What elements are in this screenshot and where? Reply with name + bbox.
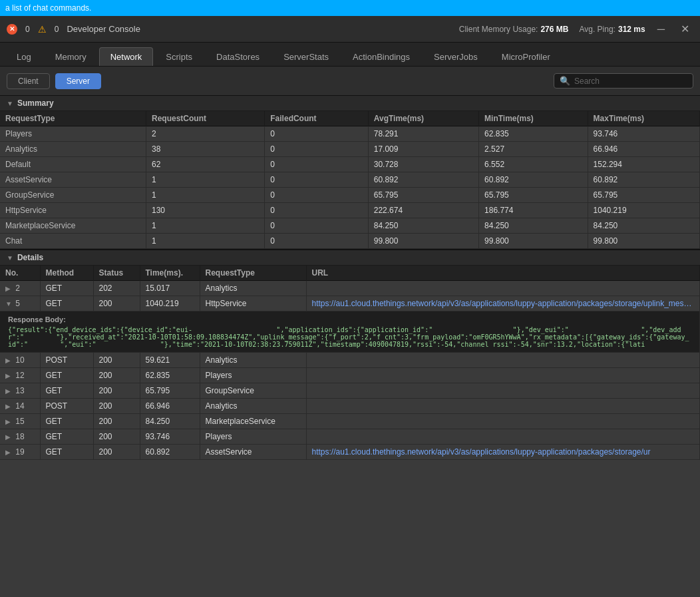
table-row[interactable]: AssetService 1 0 60.892 60.892 60.892 bbox=[0, 172, 700, 188]
cell-time: 93.746 bbox=[140, 429, 200, 445]
secondary-bar: Client Server 🔍 bbox=[0, 67, 700, 96]
tab-network[interactable]: Network bbox=[99, 47, 154, 66]
table-row[interactable]: MarketplaceService 1 0 84.250 84.250 84.… bbox=[0, 218, 700, 234]
col-maxtime: MaxTime(ms) bbox=[588, 111, 699, 126]
cell-failed: 0 bbox=[265, 188, 368, 203]
memory-status: Client Memory Usage: 276 MB bbox=[459, 25, 569, 34]
tab-memory[interactable]: Memory bbox=[44, 47, 98, 66]
table-row[interactable]: ▶ 12 GET 200 62.835 Players bbox=[0, 368, 700, 383]
table-row[interactable]: GroupService 1 0 65.795 65.795 65.795 bbox=[0, 188, 700, 203]
server-button[interactable]: Server bbox=[55, 73, 101, 89]
cell-method: GET bbox=[40, 445, 93, 460]
table-row[interactable]: ▼ 5 GET 200 1040.219 HttpService https:/… bbox=[0, 296, 700, 311]
cell-count: 2 bbox=[146, 126, 264, 142]
cell-method: GET bbox=[40, 296, 93, 311]
title-bar: ✕ 0 ⚠ 0 Developer Console Client Memory … bbox=[0, 16, 700, 43]
cell-no: ▶ 19 bbox=[0, 445, 40, 460]
table-row[interactable]: ▶ 19 GET 200 60.892 AssetService https:/… bbox=[0, 445, 700, 460]
memory-value: 276 MB bbox=[540, 25, 568, 34]
cell-url bbox=[306, 281, 700, 296]
cell-url: https://au1.cloud.thethings.network/api/… bbox=[306, 296, 700, 311]
close-button[interactable]: ✕ bbox=[677, 21, 693, 37]
details-arrow-icon: ▼ bbox=[7, 254, 13, 262]
banner-text: a list of chat commands. bbox=[5, 3, 91, 13]
table-row[interactable]: ▶ 14 POST 200 66.946 Analytics bbox=[0, 399, 700, 414]
cell-url: https://au1.cloud.thethings.network/api/… bbox=[306, 445, 700, 460]
cell-type: GroupService bbox=[0, 188, 146, 203]
cell-max: 66.946 bbox=[588, 142, 699, 157]
expand-row: Response Body: {"result":{"end_device_id… bbox=[0, 311, 700, 353]
summary-title: Summary bbox=[17, 99, 54, 108]
table-row[interactable]: ▶ 15 GET 200 84.250 MarketplaceService bbox=[0, 414, 700, 429]
client-button[interactable]: Client bbox=[7, 73, 50, 89]
table-row[interactable]: HttpService 130 0 222.674 186.774 1040.2… bbox=[0, 203, 700, 218]
table-row[interactable]: Default 62 0 30.728 6.552 152.294 bbox=[0, 157, 700, 172]
tab-microprofiler[interactable]: MicroProfiler bbox=[490, 47, 562, 66]
cell-no: ▶ 13 bbox=[0, 383, 40, 399]
cell-method: GET bbox=[40, 383, 93, 399]
table-row[interactable]: Players 2 0 78.291 62.835 93.746 bbox=[0, 126, 700, 142]
cell-method: POST bbox=[40, 353, 93, 368]
table-row[interactable]: ▶ 13 GET 200 65.795 GroupService bbox=[0, 383, 700, 399]
cell-min: 65.795 bbox=[479, 188, 588, 203]
cell-type: Analytics bbox=[200, 281, 306, 296]
ping-value: 312 ms bbox=[618, 25, 645, 34]
row-arrow-icon: ▶ bbox=[5, 357, 13, 364]
cell-min: 186.774 bbox=[479, 203, 588, 218]
minimize-button[interactable]: ─ bbox=[653, 22, 669, 37]
row-arrow-icon: ▶ bbox=[5, 372, 13, 379]
table-row[interactable]: Analytics 38 0 17.009 2.527 66.946 bbox=[0, 142, 700, 157]
row-arrow-icon: ▶ bbox=[5, 449, 13, 456]
details-section-header[interactable]: ▼ Details bbox=[0, 250, 700, 266]
col-status: Status bbox=[93, 266, 140, 281]
tab-bar: Log Memory Network Scripts DataStores Se… bbox=[0, 43, 700, 67]
row-arrow-icon: ▶ bbox=[5, 285, 13, 292]
cell-type: MarketplaceService bbox=[0, 218, 146, 234]
search-input[interactable] bbox=[574, 77, 687, 86]
cell-type: MarketplaceService bbox=[200, 414, 306, 429]
cell-min: 84.250 bbox=[479, 218, 588, 234]
title-bar-status: Client Memory Usage: 276 MB Avg. Ping: 3… bbox=[459, 25, 645, 34]
row-arrow-icon: ▼ bbox=[5, 300, 13, 307]
table-row[interactable]: ▶ 2 GET 202 15.017 Analytics bbox=[0, 281, 700, 296]
cell-type: Chat bbox=[0, 234, 146, 249]
cell-failed: 0 bbox=[265, 203, 368, 218]
search-box[interactable]: 🔍 bbox=[554, 73, 693, 89]
details-title: Details bbox=[17, 253, 43, 262]
cell-method: GET bbox=[40, 368, 93, 383]
tab-log[interactable]: Log bbox=[5, 47, 43, 66]
content-area: ▼ Summary RequestType RequestCount Faile… bbox=[0, 96, 700, 597]
cell-max: 1040.219 bbox=[588, 203, 699, 218]
details-table: No. Method Status Time(ms). RequestType … bbox=[0, 266, 700, 460]
cell-status: 200 bbox=[93, 353, 140, 368]
cell-type: Players bbox=[200, 368, 306, 383]
details-table-container: No. Method Status Time(ms). RequestType … bbox=[0, 266, 700, 597]
tab-serverstats[interactable]: ServerStats bbox=[272, 47, 340, 66]
response-body: {"result":{"end_device_ids":{"device_id"… bbox=[8, 326, 691, 348]
tab-datastores[interactable]: DataStores bbox=[205, 47, 271, 66]
ping-label: Avg. Ping: bbox=[579, 25, 615, 34]
cell-status: 200 bbox=[93, 296, 140, 311]
cell-url bbox=[306, 368, 700, 383]
warn-icon: ⚠ bbox=[38, 24, 47, 35]
cell-count: 38 bbox=[146, 142, 264, 157]
summary-section-header[interactable]: ▼ Summary bbox=[0, 96, 700, 111]
tab-actionbindings[interactable]: ActionBindings bbox=[341, 47, 421, 66]
tab-scripts[interactable]: Scripts bbox=[154, 47, 204, 66]
summary-header-row: RequestType RequestCount FailedCount Avg… bbox=[0, 111, 700, 126]
cell-time: 62.835 bbox=[140, 368, 200, 383]
table-row[interactable]: Chat 1 0 99.800 99.800 99.800 bbox=[0, 234, 700, 249]
tab-serverjobs[interactable]: ServerJobs bbox=[423, 47, 489, 66]
summary-table-container: RequestType RequestCount FailedCount Avg… bbox=[0, 111, 700, 249]
cell-max: 65.795 bbox=[588, 188, 699, 203]
cell-url bbox=[306, 429, 700, 445]
summary-arrow-icon: ▼ bbox=[7, 100, 13, 107]
cell-url bbox=[306, 383, 700, 399]
response-label: Response Body: bbox=[8, 315, 691, 323]
table-row[interactable]: ▶ 18 GET 200 93.746 Players bbox=[0, 429, 700, 445]
table-row[interactable]: ▶ 10 POST 200 59.621 Analytics bbox=[0, 353, 700, 368]
cell-max: 60.892 bbox=[588, 172, 699, 188]
cell-min: 6.552 bbox=[479, 157, 588, 172]
cell-status: 200 bbox=[93, 383, 140, 399]
cell-time: 60.892 bbox=[140, 445, 200, 460]
